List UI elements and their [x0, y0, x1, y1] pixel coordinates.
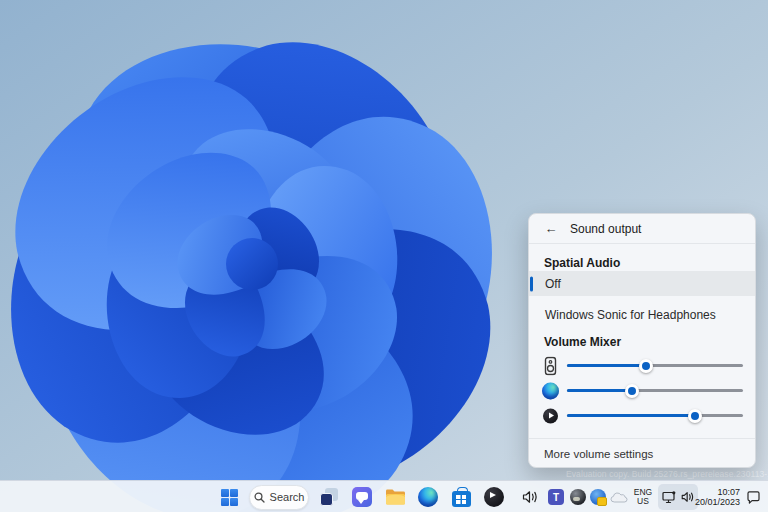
flyout-title: Sound output — [570, 222, 641, 236]
microsoft-edge-icon — [541, 381, 560, 400]
mixer-row-media-player — [529, 403, 755, 428]
network-monitor-icon — [662, 491, 676, 504]
teams-icon: T — [548, 489, 564, 505]
microsoft-edge-icon — [418, 487, 438, 507]
more-volume-settings-link[interactable]: More volume settings — [529, 439, 755, 468]
speaker-device-icon — [541, 356, 560, 375]
sound-output-flyout: ← Sound output Spatial Audio Off Windows… — [528, 213, 756, 468]
slider-thumb[interactable] — [625, 384, 639, 398]
clock-date: 20/01/2023 — [695, 497, 740, 508]
file-explorer-icon — [385, 488, 406, 506]
slider-fill — [567, 389, 632, 392]
speaker-waves-icon — [522, 490, 539, 504]
clock-time: 10:07 — [717, 487, 740, 498]
mixer-row-edge — [529, 378, 755, 403]
slider-thumb[interactable] — [688, 409, 702, 423]
chat-icon — [352, 487, 372, 507]
notification-center-button[interactable] — [743, 481, 763, 512]
tray-network-volume-button[interactable] — [658, 484, 698, 510]
tray-clock[interactable]: 10:07 20/01/2023 — [700, 481, 740, 512]
option-label: Off — [545, 277, 561, 291]
search-box[interactable]: Search — [249, 485, 309, 510]
taskbar: Search — [0, 480, 768, 512]
task-view-icon — [320, 488, 339, 507]
spatial-audio-option-windows-sonic[interactable]: Windows Sonic for Headphones — [529, 302, 755, 327]
chat-button[interactable] — [349, 484, 375, 510]
onedrive-cloud-icon — [610, 491, 628, 503]
flyout-header: ← Sound output — [529, 214, 755, 244]
search-label: Search — [270, 491, 305, 503]
microsoft-store-icon — [452, 491, 471, 507]
tray-onedrive-button[interactable] — [609, 481, 629, 512]
volume-slider-media-player[interactable] — [567, 403, 743, 428]
app-sphere-icon — [570, 489, 586, 505]
tray-teams-button[interactable]: T — [547, 481, 565, 512]
volume-slider-edge[interactable] — [567, 378, 743, 403]
start-button[interactable] — [216, 484, 242, 510]
option-label: Windows Sonic for Headphones — [545, 308, 716, 322]
security-lock-icon — [590, 489, 606, 505]
tray-security-button[interactable] — [589, 481, 607, 512]
microsoft-store-button[interactable] — [448, 484, 474, 510]
volume-icon — [681, 491, 695, 503]
mixer-row-system — [529, 353, 755, 378]
task-view-button[interactable] — [316, 484, 342, 510]
file-explorer-button[interactable] — [382, 484, 408, 510]
back-arrow-icon[interactable]: ← — [542, 220, 560, 238]
slider-track[interactable] — [567, 389, 743, 392]
slider-track[interactable] — [567, 364, 743, 367]
slider-track[interactable] — [567, 414, 743, 417]
volume-mixer-section-label: Volume Mixer — [529, 335, 755, 349]
slider-fill — [567, 414, 695, 417]
tray-volume-button[interactable] — [520, 481, 540, 512]
spatial-audio-section-label: Spatial Audio — [529, 256, 755, 270]
selected-accent-bar — [530, 276, 533, 291]
edge-button[interactable] — [415, 484, 441, 510]
windows-logo-icon — [221, 489, 238, 506]
language-line2: US — [637, 497, 649, 507]
media-player-button[interactable] — [481, 484, 507, 510]
volume-slider-system[interactable] — [567, 353, 743, 378]
slider-fill — [567, 364, 646, 367]
search-icon — [254, 492, 265, 503]
tray-app-button[interactable] — [569, 481, 587, 512]
media-player-icon — [484, 487, 504, 507]
notification-center-icon — [746, 490, 761, 505]
tray-language-button[interactable]: ENG US — [631, 481, 655, 512]
slider-thumb[interactable] — [639, 359, 653, 373]
media-player-icon — [541, 406, 560, 425]
spatial-audio-option-off[interactable]: Off — [529, 271, 755, 296]
